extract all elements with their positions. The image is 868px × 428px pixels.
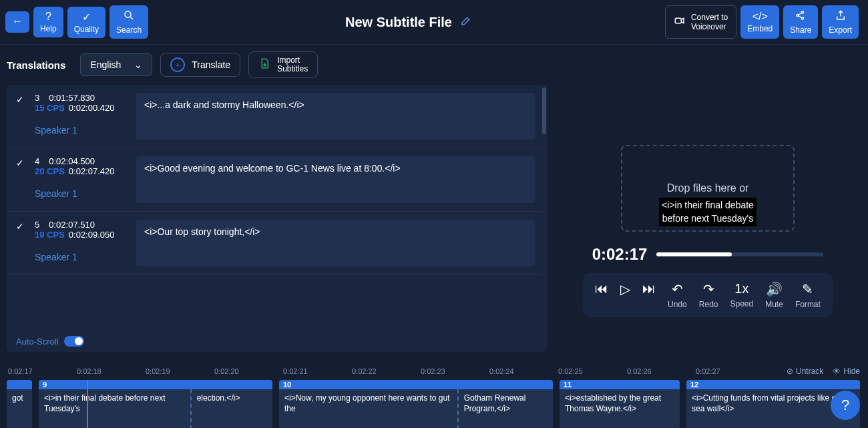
drop-text: Drop files here or [667, 182, 749, 194]
svg-point-3 [797, 15, 799, 17]
format-button[interactable]: ✎Format [795, 281, 821, 309]
format-icon: ✎ [802, 281, 813, 297]
speaker-label[interactable]: Speaker 1 [35, 125, 128, 136]
playhead[interactable] [87, 380, 88, 428]
drop-zone[interactable]: Drop files here or <i>in their final deb… [621, 145, 795, 232]
untrack-button[interactable]: ⊘ Untrack [787, 367, 823, 376]
undo-button[interactable]: ↶Undo [668, 281, 687, 309]
timeline-clip[interactable]: 9<i>in their final debate before next Tu… [39, 380, 272, 428]
subtitle-overlay: <i>in their final debatebefore next Tues… [659, 198, 756, 226]
subtitle-text[interactable]: <i>Our top story tonight,</i> [136, 220, 535, 266]
speed-button[interactable]: 1xSpeed [730, 281, 753, 309]
volume-icon: 🔊 [766, 281, 783, 297]
help-button[interactable]: ?Help [33, 7, 63, 37]
help-icon: ? [45, 11, 51, 23]
question-icon: ? [841, 397, 849, 414]
back-button[interactable]: ← [5, 11, 29, 33]
search-label: Search [116, 25, 142, 35]
subtitle-item[interactable]: ✓ 40:02:04.500 20 CPS0:02:07.420 Speaker… [7, 148, 542, 212]
forward-icon: ⏭ [642, 281, 656, 296]
auto-scroll-toggle[interactable] [64, 336, 84, 347]
mute-button[interactable]: 🔊Mute [765, 281, 783, 309]
subtitle-item[interactable]: ✓ 50:02:07.510 19 CPS0:02:09.050 Speaker… [7, 212, 542, 275]
rewind-icon: ⏮ [595, 281, 608, 296]
convert-voiceover-button[interactable]: Convert toVoiceover [665, 5, 736, 39]
svg-line-7 [799, 16, 802, 18]
quality-button[interactable]: ✓Quality [67, 7, 105, 38]
undo-icon: ↶ [672, 281, 683, 297]
timeline-clip[interactable]: got [7, 380, 32, 428]
search-icon [123, 9, 135, 24]
hide-button[interactable]: 👁 Hide [833, 367, 860, 376]
search-button[interactable]: Search [110, 5, 148, 39]
player-controls: ⏮ ▷ ⏭ ↶Undo ↷Redo 1xSpeed 🔊Mute ✎Format [583, 273, 833, 317]
auto-scroll-label: Auto-Scroll [16, 337, 59, 347]
timeline-ruler[interactable]: 0:02:170:02:180:02:190:02:200:02:210:02:… [0, 363, 868, 380]
embed-icon: </> [752, 11, 768, 23]
redo-icon: ↷ [703, 281, 714, 297]
arrow-left-icon: ← [12, 15, 23, 27]
help-label: Help [40, 24, 57, 33]
current-time: 0:02:17 [592, 245, 648, 264]
svg-rect-2 [675, 18, 681, 23]
redo-button[interactable]: ↷Redo [699, 281, 718, 309]
camera-icon [674, 15, 686, 30]
check-icon: ✓ [13, 156, 27, 203]
edit-title-icon[interactable] [460, 15, 472, 29]
page-title: New Subtitle File [345, 15, 452, 30]
svg-line-6 [799, 13, 802, 15]
quality-icon: ✓ [82, 11, 91, 23]
timeline[interactable]: got9<i>in their final debate before next… [0, 380, 868, 428]
subtitle-text[interactable]: <i>...a dark and stormy Halloween.</i> [136, 93, 535, 140]
export-button[interactable]: Export [822, 5, 859, 39]
svg-point-0 [125, 11, 131, 17]
translate-button[interactable]: + Translate [160, 53, 240, 77]
rewind-button[interactable]: ⏮ [595, 281, 608, 309]
play-icon: ▷ [620, 281, 630, 297]
subtitle-list[interactable]: ✓ 30:01:57.830 15 CPS0:02:00.420 Speaker… [7, 85, 548, 352]
progress-bar[interactable] [656, 252, 823, 256]
translations-label: Translations [7, 59, 65, 71]
check-icon: ✓ [13, 93, 27, 140]
share-icon [795, 9, 807, 24]
share-button[interactable]: Share [783, 5, 818, 39]
chevron-down-icon: ⌄ [134, 59, 142, 70]
file-import-icon [258, 57, 270, 73]
speaker-label[interactable]: Speaker 1 [35, 252, 128, 262]
timeline-clip[interactable]: 11<i>established by the great Thomas Way… [560, 380, 680, 428]
language-select[interactable]: English ⌄ [80, 53, 152, 76]
timeline-clip[interactable]: 10<i>Now, my young opponent here wants t… [279, 380, 553, 428]
plus-icon: + [170, 57, 185, 72]
subtitle-text[interactable]: <i>Good evening and welcome to GC-1 News… [136, 156, 535, 203]
help-fab[interactable]: ? [831, 391, 860, 420]
import-subtitles-button[interactable]: ImportSubtitles [248, 51, 318, 78]
speaker-label[interactable]: Speaker 1 [35, 188, 128, 199]
play-button[interactable]: ▷ [620, 281, 630, 309]
embed-button[interactable]: </>Embed [740, 5, 779, 39]
export-icon [835, 9, 847, 24]
check-icon: ✓ [13, 220, 27, 266]
svg-line-1 [130, 17, 133, 19]
svg-point-4 [802, 11, 804, 13]
scrollbar[interactable] [542, 87, 546, 134]
quality-label: Quality [74, 25, 99, 34]
svg-point-5 [802, 17, 804, 19]
forward-button[interactable]: ⏭ [642, 281, 656, 309]
subtitle-item[interactable]: ✓ 30:01:57.830 15 CPS0:02:00.420 Speaker… [7, 85, 542, 148]
